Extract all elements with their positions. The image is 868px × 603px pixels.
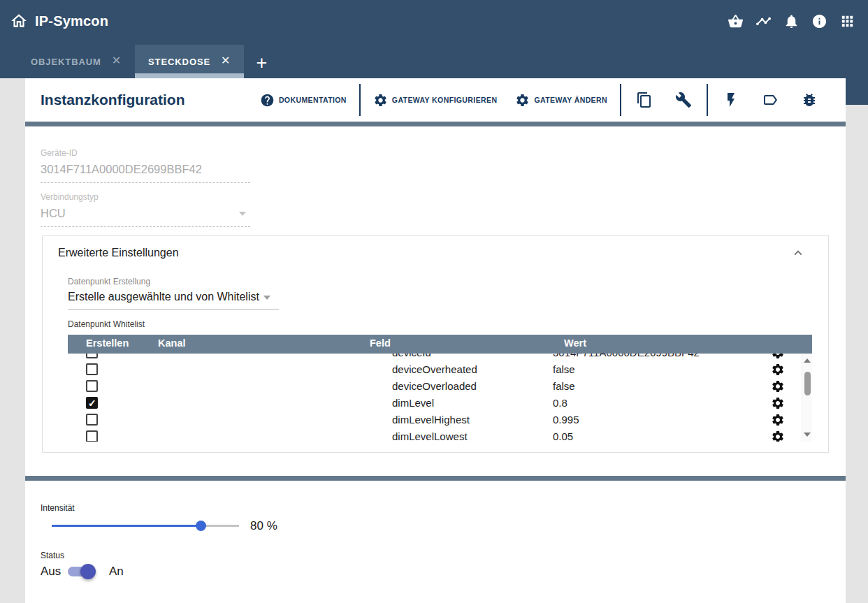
- chevron-down-icon: [239, 212, 246, 216]
- toolbar-divider: [359, 84, 361, 116]
- datapoint-creation-value: Erstelle ausgewählte und von Whitelist: [68, 291, 279, 310]
- connection-type-label: Verbindungstyp: [41, 192, 250, 202]
- gear-icon[interactable]: [771, 354, 785, 360]
- table-row: deviceOverloaded false: [68, 378, 812, 395]
- toggle-knob: [80, 564, 96, 579]
- col-wert: Wert: [564, 337, 586, 349]
- table-row: dimLevel 0.8: [68, 395, 812, 412]
- intensity-label: Intensität: [41, 503, 75, 513]
- table-row: deviceId 3014F711A0000DE2699BBF42: [68, 354, 812, 361]
- tab-objektbaum[interactable]: OBJEKTBAUM ✕: [17, 45, 135, 78]
- cell-wert: 0.05: [553, 430, 573, 442]
- section-divider: [25, 476, 846, 481]
- cell-feld: deviceOverheated: [392, 363, 477, 375]
- connection-type-value: HCU: [41, 207, 250, 227]
- status-on-label: An: [109, 565, 124, 579]
- ip-symcon-console: IP-Symcon OBJEKTBAUM ✕ STECKDOSE ✕ + Ins…: [0, 0, 868, 603]
- device-id-label: Geräte-ID: [41, 148, 250, 158]
- tab-label: STECKDOSE: [148, 57, 210, 67]
- main-content: Geräte-ID 3014F711A0000DE2699BBF42 Verbi…: [25, 126, 846, 476]
- cell-wert: false: [553, 380, 575, 392]
- cell-feld: dimLevel: [392, 397, 434, 409]
- device-id-field: Geräte-ID 3014F711A0000DE2699BBF42: [41, 148, 250, 183]
- cell-wert: false: [553, 363, 575, 375]
- notifications-icon[interactable]: [783, 13, 800, 29]
- row-checkbox[interactable]: [86, 430, 98, 442]
- gear-icon[interactable]: [771, 363, 785, 377]
- table-row: deviceOverheated false: [68, 361, 812, 378]
- control-section: Intensität 80 % Status Aus An: [25, 481, 846, 603]
- instance-toolbar: Instanzkonfiguration DOKUMENTATION GATEW…: [25, 78, 846, 122]
- chevron-up-icon[interactable]: [790, 245, 806, 261]
- slider-thumb[interactable]: [196, 521, 206, 531]
- table-header: Erstellen Kanal Feld Wert: [68, 335, 812, 354]
- table-row: dimLevelLowest 0.05: [68, 428, 812, 442]
- documentation-button[interactable]: DOKUMENTATION: [251, 93, 356, 108]
- toolbar-divider: [620, 84, 621, 116]
- gateway-change-button[interactable]: GATEWAY ÄNDERN: [506, 93, 616, 108]
- add-tab-button[interactable]: +: [256, 54, 267, 73]
- shop-basket-icon[interactable]: [728, 13, 744, 29]
- tab-steckdose[interactable]: STECKDOSE ✕: [135, 45, 244, 78]
- cell-feld: dimLevelHighest: [392, 414, 470, 426]
- close-icon[interactable]: ✕: [221, 55, 231, 68]
- wrench-icon[interactable]: [675, 92, 692, 108]
- advanced-settings-panel: Erweiterte Einstellungen Datenpunkt Erst…: [42, 235, 829, 453]
- row-checkbox[interactable]: [86, 397, 98, 409]
- whitelist-table: Erstellen Kanal Feld Wert deviceId 3014F…: [68, 335, 812, 442]
- header-corner-block: [846, 78, 868, 105]
- apps-grid-icon[interactable]: [839, 13, 855, 29]
- row-checkbox[interactable]: [86, 380, 98, 392]
- gear-icon[interactable]: [771, 379, 785, 393]
- section-divider: [25, 122, 846, 126]
- scroll-down-icon[interactable]: [804, 433, 811, 437]
- chevron-down-icon: [263, 296, 270, 300]
- col-erstellen: Erstellen: [86, 337, 129, 349]
- intensity-slider[interactable]: [52, 525, 239, 527]
- col-feld: Feld: [370, 337, 391, 349]
- bug-icon[interactable]: [801, 92, 818, 108]
- gear-icon[interactable]: [771, 430, 785, 442]
- cell-feld: deviceId: [392, 354, 431, 358]
- connection-type-field[interactable]: Verbindungstyp HCU: [41, 192, 250, 227]
- cell-wert: 3014F711A0000DE2699BBF42: [553, 354, 700, 358]
- gateway-configure-label: GATEWAY KONFIGURIEREN: [392, 96, 498, 104]
- gear-icon: [373, 93, 388, 108]
- cell-wert: 0.8: [553, 397, 567, 409]
- gear-icon[interactable]: [771, 413, 785, 427]
- home-icon[interactable]: [10, 12, 28, 30]
- tab-label: OBJEKTBAUM: [31, 57, 101, 67]
- table-row: dimLevelHighest 0.995: [68, 412, 812, 428]
- toolbar-actions: DOKUMENTATION GATEWAY KONFIGURIEREN GATE…: [251, 84, 846, 116]
- lightning-icon[interactable]: [723, 92, 739, 108]
- row-checkbox[interactable]: [86, 354, 98, 358]
- table-scrollbar[interactable]: [802, 354, 812, 442]
- whitelist-label: Datenpunkt Whitelist: [68, 319, 145, 329]
- status-toggle[interactable]: [68, 567, 94, 576]
- scroll-up-icon[interactable]: [804, 358, 811, 363]
- label-icon[interactable]: [762, 92, 779, 108]
- documentation-label: DOKUMENTATION: [279, 96, 347, 104]
- gateway-configure-button[interactable]: GATEWAY KONFIGURIEREN: [364, 93, 507, 108]
- datapoint-creation-select[interactable]: Datenpunkt Erstellung Erstelle ausgewähl…: [68, 277, 279, 310]
- intensity-value: 80 %: [250, 519, 277, 533]
- page-title: Instanzkonfiguration: [41, 92, 185, 108]
- row-checkbox[interactable]: [86, 363, 98, 375]
- toolbar-divider: [707, 84, 708, 116]
- datapoint-creation-label: Datenpunkt Erstellung: [68, 277, 279, 286]
- table-body: deviceId 3014F711A0000DE2699BBF42 device…: [68, 354, 812, 442]
- col-kanal: Kanal: [158, 337, 186, 349]
- slider-fill: [52, 525, 201, 527]
- scrollbar-thumb[interactable]: [804, 372, 811, 395]
- close-icon[interactable]: ✕: [112, 55, 122, 68]
- timeline-icon[interactable]: [755, 13, 772, 29]
- app-title: IP-Symcon: [35, 13, 108, 29]
- info-icon[interactable]: [811, 13, 827, 29]
- gear-icon[interactable]: [771, 396, 785, 410]
- header-actions: [728, 13, 855, 29]
- copy-icon[interactable]: [636, 92, 653, 108]
- tab-bar: OBJEKTBAUM ✕ STECKDOSE ✕ +: [0, 42, 868, 78]
- help-icon: [260, 93, 275, 108]
- row-checkbox[interactable]: [86, 414, 98, 426]
- panel-title: Erweiterte Einstellungen: [58, 247, 179, 259]
